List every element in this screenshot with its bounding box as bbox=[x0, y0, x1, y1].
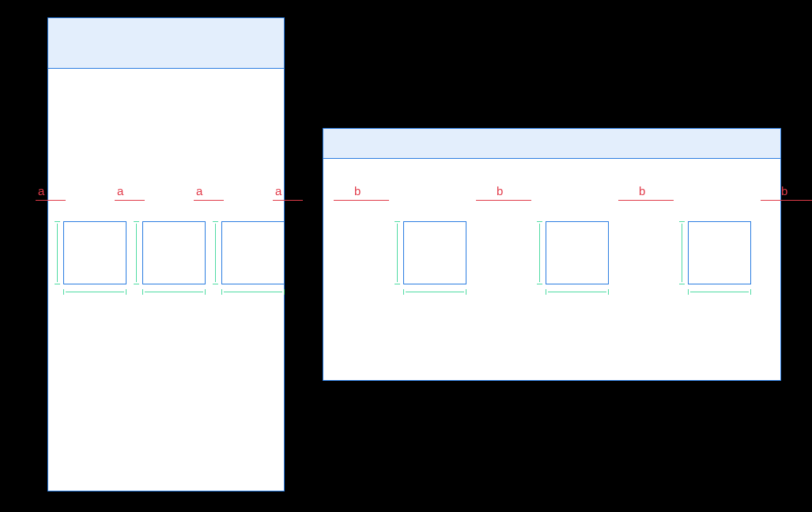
gap-label-b: b bbox=[354, 184, 361, 198]
item-square bbox=[142, 221, 206, 284]
right-panel-header bbox=[323, 129, 780, 159]
vertical-measure bbox=[214, 221, 217, 284]
horizontal-measure bbox=[403, 291, 466, 293]
horizontal-measure bbox=[688, 291, 751, 293]
gap-label-b: b bbox=[497, 184, 503, 198]
vertical-measure bbox=[56, 221, 59, 284]
item-square bbox=[63, 221, 127, 284]
gap-underline-a bbox=[273, 200, 303, 201]
vertical-measure bbox=[396, 221, 398, 284]
gap-underline-a bbox=[115, 200, 145, 201]
gap-label-a: a bbox=[38, 184, 44, 198]
gap-label-a: a bbox=[117, 184, 123, 198]
item-square bbox=[403, 221, 466, 284]
gap-label-a: a bbox=[275, 184, 281, 198]
left-panel-header bbox=[48, 18, 284, 69]
gap-label-a: a bbox=[196, 184, 202, 198]
gap-label-b: b bbox=[639, 184, 645, 198]
vertical-measure bbox=[538, 221, 541, 284]
item-square bbox=[546, 221, 609, 284]
gap-underline-a bbox=[36, 200, 66, 201]
vertical-measure bbox=[135, 221, 138, 284]
horizontal-measure bbox=[63, 291, 127, 293]
vertical-measure bbox=[681, 221, 683, 284]
gap-label-b: b bbox=[781, 184, 787, 198]
gap-underline-b bbox=[476, 200, 531, 201]
gap-underline-b bbox=[618, 200, 674, 201]
horizontal-measure bbox=[221, 291, 285, 293]
horizontal-measure bbox=[142, 291, 206, 293]
item-square bbox=[688, 221, 751, 284]
gap-underline-b bbox=[334, 200, 389, 201]
gap-underline-a bbox=[194, 200, 224, 201]
item-square bbox=[221, 221, 285, 284]
gap-underline-b bbox=[761, 200, 812, 201]
horizontal-measure bbox=[546, 291, 609, 293]
